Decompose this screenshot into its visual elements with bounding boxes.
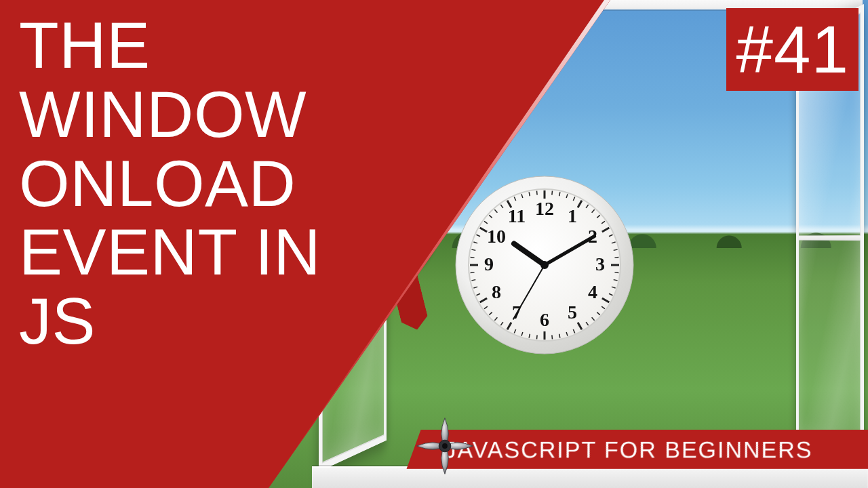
title-line: JS [19,285,96,357]
clock-numeral: 5 [568,302,577,323]
svg-line-16 [614,258,618,258]
thumbnail-stage: 121234567891011 THE WINDOW ONLOAD EVENT … [0,0,868,488]
title-line: ONLOAD [19,147,296,220]
clock-numeral: 3 [595,253,605,274]
episode-badge: #41 [726,8,859,91]
clock-numeral: 11 [508,205,526,226]
svg-line-48 [471,258,475,258]
svg-line-33 [537,335,538,339]
title-line: EVENT IN [19,216,321,288]
clock-numeral: 4 [588,281,597,302]
episode-number: #41 [736,12,849,87]
clock-numeral: 9 [484,253,494,274]
svg-line-3 [552,191,553,195]
svg-line-61 [537,191,538,195]
svg-line-46 [471,272,475,273]
clock-icon: 121234567891011 [454,175,635,355]
clock-numeral: 12 [535,198,554,219]
clock-numeral: 10 [487,226,506,247]
svg-point-67 [442,443,448,449]
svg-line-31 [552,335,553,339]
tutorial-title: THE WINDOW ONLOAD EVENT IN JS [19,11,372,356]
svg-line-18 [614,272,618,273]
series-label: JAVASCRIPT FOR BEGINNERS [415,430,868,463]
svg-point-65 [540,261,549,269]
clock-numeral: 8 [492,281,501,302]
clock-numeral: 6 [540,309,549,330]
clock-numeral: 1 [568,205,577,226]
title-line: THE WINDOW [19,9,307,150]
series-banner: JAVASCRIPT FOR BEGINNERS [406,430,868,469]
ninja-star-icon [415,416,475,476]
window-sill [312,466,868,488]
